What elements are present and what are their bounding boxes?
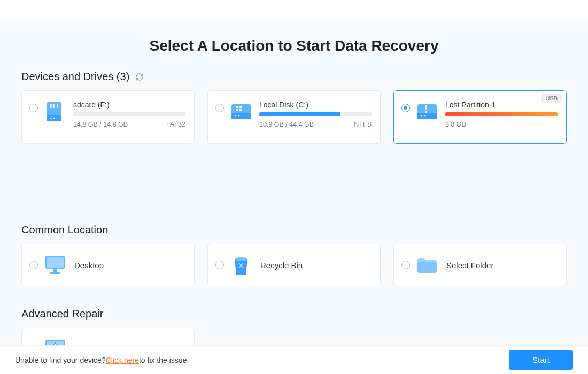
usage-bar	[73, 112, 185, 116]
common-section-header: Common Location	[21, 224, 567, 236]
warning-drive-icon	[415, 99, 439, 123]
svg-rect-22	[47, 257, 64, 268]
advanced-section-header: Advanced Repair	[21, 308, 567, 320]
usage-bar	[259, 112, 372, 116]
advanced-section-title: Advanced Repair	[21, 308, 103, 320]
sdcard-icon	[43, 99, 67, 123]
svg-point-19	[421, 115, 422, 116]
svg-rect-17	[425, 105, 427, 110]
svg-rect-3	[53, 104, 55, 108]
location-label: Recycle Bin	[260, 261, 303, 270]
title-bar	[0, 0, 588, 19]
crash-computer-icon	[43, 338, 67, 345]
svg-rect-23	[53, 269, 57, 272]
svg-rect-9	[236, 106, 238, 108]
svg-rect-4	[57, 104, 58, 108]
radio-icon[interactable]	[29, 261, 38, 269]
hdd-icon	[229, 99, 253, 123]
svg-rect-2	[50, 104, 52, 108]
footer-text-suffix: to fix the issue.	[139, 356, 189, 364]
usage-bar-fill	[259, 112, 340, 116]
svg-point-18	[425, 111, 427, 113]
footer-bar: Unable to find your device? Click here t…	[0, 345, 588, 374]
drive-usage: 3.8 GB	[445, 121, 466, 128]
advanced-card-crash-recover[interactable]: Recover from Crash Computer	[21, 328, 195, 345]
drive-usage: 10.9 GB / 44.4 GB	[259, 121, 314, 128]
folder-icon	[415, 254, 439, 276]
footer-help-link[interactable]: Click here	[106, 356, 139, 364]
devices-section-header: Devices and Drives (3)	[21, 71, 567, 83]
usage-bar-fill	[445, 112, 558, 116]
footer-text-prefix: Unable to find your device?	[15, 356, 106, 364]
drive-meta: 3.8 GB	[445, 121, 558, 128]
desktop-icon	[43, 254, 67, 276]
svg-rect-11	[236, 109, 238, 111]
common-section-title: Common Location	[21, 224, 108, 236]
location-card-desktop[interactable]: Desktop	[21, 244, 195, 286]
drive-name: sdcard (F:)	[73, 100, 185, 109]
svg-rect-12	[239, 109, 242, 111]
drive-name: Local Disk (C:)	[259, 100, 372, 109]
start-button[interactable]: Start	[509, 350, 573, 370]
radio-icon[interactable]	[215, 261, 224, 269]
drive-usage: 14.8 GB / 14.8 GB	[73, 121, 128, 128]
svg-point-25	[235, 257, 247, 261]
svg-rect-16	[417, 113, 437, 119]
usage-bar	[445, 112, 558, 116]
svg-point-13	[235, 115, 236, 116]
refresh-icon[interactable]	[135, 72, 144, 82]
location-card-select-folder[interactable]: Select Folder	[393, 244, 567, 286]
drive-card-sdcard[interactable]: sdcard (F:) 14.8 GB / 14.8 GB FAT32	[21, 90, 195, 144]
advanced-section: Advanced Repair Recover from Crash	[21, 308, 567, 345]
radio-icon[interactable]	[215, 104, 224, 112]
svg-point-6	[53, 117, 55, 119]
svg-rect-26	[417, 262, 437, 273]
drive-card-lost-partition[interactable]: USB Lost Partition-1 3.8 GB	[393, 90, 567, 144]
common-grid: Desktop Recycle Bin	[21, 244, 567, 286]
svg-point-5	[50, 117, 51, 119]
svg-point-14	[238, 115, 239, 116]
radio-icon[interactable]	[29, 345, 38, 345]
drive-fs: NTFS	[354, 121, 372, 128]
svg-point-20	[424, 115, 425, 116]
page-title: Select A Location to Start Data Recovery	[21, 37, 567, 54]
usage-bar-fill	[73, 112, 79, 116]
radio-icon[interactable]	[401, 104, 410, 112]
drive-fs: FAT32	[166, 121, 185, 128]
svg-rect-24	[50, 272, 60, 274]
drive-meta: 10.9 GB / 44.4 GB NTFS	[259, 121, 372, 128]
usb-tag: USB	[541, 94, 562, 103]
location-label: Select Folder	[446, 261, 493, 270]
drive-card-local-disk[interactable]: Local Disk (C:) 10.9 GB / 44.4 GB NTFS	[207, 90, 381, 144]
svg-rect-10	[239, 106, 242, 108]
recycle-bin-icon	[229, 254, 253, 276]
main-content: Select A Location to Start Data Recovery…	[0, 19, 588, 345]
location-label: Desktop	[74, 261, 104, 270]
svg-rect-8	[231, 113, 251, 119]
devices-section-title: Devices and Drives (3)	[21, 71, 129, 83]
radio-icon[interactable]	[401, 261, 410, 269]
advanced-grid: Recover from Crash Computer	[21, 328, 567, 345]
radio-icon[interactable]	[29, 104, 38, 112]
advanced-label: Recover from Crash Computer	[74, 345, 183, 346]
common-section: Common Location Desktop	[21, 224, 567, 286]
svg-rect-31	[55, 344, 56, 345]
devices-grid: sdcard (F:) 14.8 GB / 14.8 GB FAT32	[21, 90, 567, 144]
drive-meta: 14.8 GB / 14.8 GB FAT32	[73, 121, 185, 128]
location-card-recycle-bin[interactable]: Recycle Bin	[207, 244, 381, 286]
